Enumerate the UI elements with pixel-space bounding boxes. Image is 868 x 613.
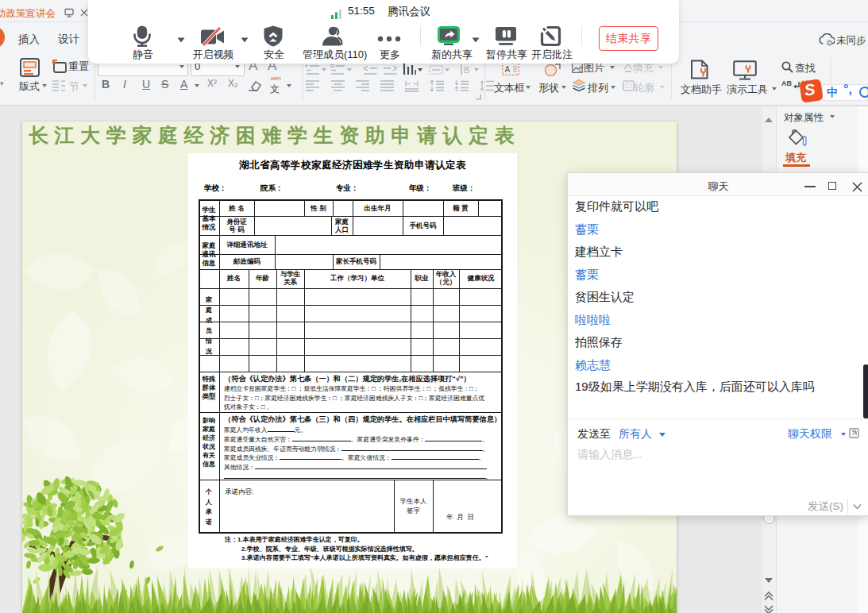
svg-text:A: A (505, 65, 511, 74)
svg-text:B: B (464, 65, 469, 75)
